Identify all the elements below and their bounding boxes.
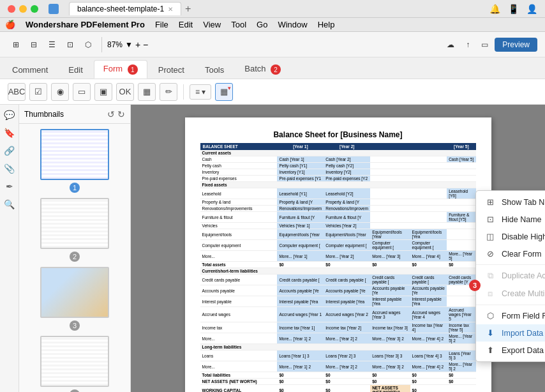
tab-tools[interactable]: Tools	[195, 61, 234, 79]
comment-sidebar-icon[interactable]: 💬	[4, 110, 15, 120]
pdf-area: Balance Sheet for [Business Name] BALANC…	[131, 105, 545, 392]
share-button[interactable]: ↑	[461, 38, 475, 51]
thumbnail-header: Thumbnails ↺ ↻	[19, 105, 130, 124]
row-interest: Interest payable Interest payable [Yea I…	[200, 296, 476, 307]
menu-item-form-recognition[interactable]: ⬡ Form Field Recognition	[476, 307, 545, 324]
bookmark-sidebar-icon[interactable]: 🔖	[4, 128, 15, 138]
menu-item-duplicate: ⧉ Duplicate Across Pages	[476, 267, 545, 285]
menu-item-disable-highlight[interactable]: ◫ Disable Highlight	[476, 228, 545, 245]
form-tool-text[interactable]: ABC	[8, 83, 26, 101]
form-tool-button[interactable]: OK	[116, 83, 134, 101]
thumbnail-image-1	[40, 129, 109, 180]
thumbnail-prev-button[interactable]: ↺	[107, 109, 115, 119]
new-tab-button[interactable]: +	[185, 3, 191, 15]
apple-menu[interactable]: 🍎	[5, 20, 15, 29]
tab-batch[interactable]: Batch 2	[235, 60, 290, 79]
row-renovations: Renovations/Improvements Renovations/Imp…	[200, 206, 476, 212]
create-copies-label: Create Multiple Copies	[502, 289, 545, 298]
col-header-label: BALANCE SHEET	[200, 143, 278, 150]
tab-edit[interactable]: Edit	[59, 61, 92, 79]
traffic-lights	[8, 5, 38, 13]
dropdown-menu: ⊞ Show Tab Numbers ⊡ Hide Name ◫ Disable…	[475, 190, 545, 362]
view-menu[interactable]: View	[203, 20, 221, 29]
menu-item-export-data[interactable]: ⬆ Export Data	[476, 342, 545, 359]
thumbnail-title: Thumbnails	[24, 110, 64, 119]
thumbnail-num-2: 2	[70, 252, 80, 262]
row-inventory: Inventory Inventory [Y1] Inventory [Y2]	[200, 169, 476, 176]
thumbnail-page-1[interactable]: 1	[24, 129, 125, 193]
thumbnail-list: 1 2 3 4	[19, 124, 130, 392]
thumbnail-next-button[interactable]: ↻	[117, 109, 125, 119]
tab-close-button[interactable]: ✕	[168, 6, 173, 13]
pdf-page: Balance Sheet for [Business Name] BALANC…	[185, 117, 491, 392]
signature-sidebar-icon[interactable]: ✒	[6, 181, 13, 192]
edit-menu[interactable]: Edit	[179, 20, 193, 29]
create-copies-icon: ⧈	[485, 289, 495, 299]
show-tab-numbers-icon: ⊞	[485, 197, 495, 207]
menu-item-import-data[interactable]: ⬇ Import Data	[476, 324, 545, 342]
toolbar-btn-4[interactable]: ⊡	[62, 38, 78, 51]
maximize-button[interactable]	[31, 5, 38, 13]
form-tool-checkbox[interactable]: ☑	[29, 83, 47, 101]
ribbon-tabs: Comment Edit Form 1 Protect Tools Batch …	[0, 57, 545, 79]
form-badge: 1	[128, 64, 138, 75]
search-sidebar-icon[interactable]: 🔍	[4, 199, 15, 209]
row-income-tax: Income tax Income tax [Year 1] Income ta…	[200, 322, 476, 333]
form-align-button[interactable]: ≡ ▾	[190, 84, 211, 100]
notification-icon[interactable]: 🔔	[489, 4, 500, 14]
file-menu[interactable]: File	[155, 20, 168, 29]
toolbar-btn-1[interactable]: ⊞	[8, 38, 24, 51]
account-icon[interactable]: 👤	[526, 4, 537, 14]
document-tab[interactable]: balance-sheet-template-1 ✕	[69, 2, 181, 15]
tab-form[interactable]: Form 1	[94, 60, 147, 79]
row-net-assets: NET ASSETS (NET WORTH) $0$0$0$0$0	[200, 379, 476, 385]
hide-name-icon: ⊡	[485, 215, 495, 224]
zoom-in-button[interactable]: +	[135, 40, 140, 50]
link-sidebar-icon[interactable]: 🔗	[4, 146, 15, 156]
form-tool-radio[interactable]: ◉	[51, 83, 69, 101]
form-tool-signature[interactable]: ✏	[160, 83, 177, 101]
toolbar-btn-2[interactable]: ⊟	[26, 38, 42, 51]
help-menu[interactable]: Help	[318, 20, 335, 29]
section-fixed-assets: Fixed assets	[200, 182, 476, 188]
titlebar-right: 🔔 📱 👤	[489, 4, 537, 14]
duplicate-icon: ⧉	[485, 271, 495, 281]
close-button[interactable]	[8, 5, 15, 13]
menu-item-hide-name[interactable]: ⊡ Hide Name	[476, 211, 545, 228]
window-menu[interactable]: Window	[278, 20, 307, 29]
app-name-menu[interactable]: Wondershare PDFelement Pro	[26, 20, 145, 29]
row-accounts-payable: Accounts payable Accounts payable [Ye Ac…	[200, 285, 476, 296]
toolbar-btn-3[interactable]: ☰	[43, 38, 61, 51]
minimize-button[interactable]	[19, 5, 27, 13]
tool-menu[interactable]: Tool	[231, 20, 246, 29]
col-year1: [Year 1]	[277, 143, 324, 150]
form-tool-listbox[interactable]: ▭	[73, 83, 91, 101]
zoom-value: 87%	[107, 40, 123, 49]
zoom-out-button[interactable]: −	[143, 40, 148, 50]
thumbnail-page-2[interactable]: 2	[24, 198, 125, 262]
toolbar-sep-1	[101, 37, 102, 52]
thumbnail-page-4[interactable]: 4	[24, 336, 125, 392]
menu-item-create-copies: ⧈ Create Multiple Copies	[476, 285, 545, 303]
go-menu[interactable]: Go	[257, 20, 267, 29]
menubar: 🍎 Wondershare PDFelement Pro File Edit V…	[0, 18, 545, 32]
menu-item-show-tab-numbers[interactable]: ⊞ Show Tab Numbers	[476, 193, 545, 211]
section-long-term: Long-term liabilities	[200, 344, 476, 351]
form-tool-combo[interactable]: ▣	[94, 83, 112, 101]
toolbar-btn-5[interactable]: ⬡	[80, 38, 96, 51]
clear-form-label: Clear Form	[502, 250, 542, 259]
view-mode-button[interactable]: ▭	[476, 38, 493, 51]
thumbnail-page-3[interactable]: 3	[24, 267, 125, 331]
mobile-icon[interactable]: 📱	[508, 4, 519, 14]
preview-button[interactable]: Preview	[495, 38, 537, 52]
attachment-sidebar-icon[interactable]: 📎	[4, 163, 15, 174]
import-data-badge: 3	[469, 280, 481, 291]
col-year2: [Year 2]	[324, 143, 370, 150]
form-tool-date[interactable]: ▦	[138, 83, 156, 101]
cloud-upload-button[interactable]: ☁	[442, 38, 459, 51]
tab-protect[interactable]: Protect	[149, 61, 194, 79]
tab-comment[interactable]: Comment	[3, 61, 57, 79]
form-toolbar: ABC ☑ ◉ ▭ ▣ OK ▦ ✏ ≡ ▾ ▦ ▾	[0, 79, 545, 105]
menu-item-clear-form[interactable]: ⊘ Clear Form	[476, 245, 545, 262]
form-more-button[interactable]: ▦ ▾	[215, 83, 233, 101]
